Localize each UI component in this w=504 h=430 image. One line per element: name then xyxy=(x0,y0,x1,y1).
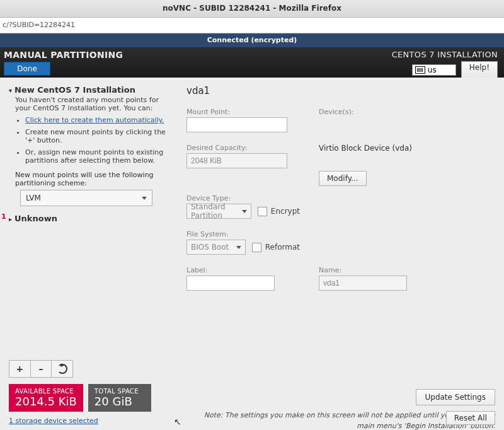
total-space-box: TOTAL SPACE 20 GiB xyxy=(88,384,151,412)
url-bar[interactable]: c/?SUBID=12284241 xyxy=(0,18,504,33)
partition-toolbar: + – xyxy=(9,360,73,378)
accordion-unknown[interactable]: 1 Unknown xyxy=(9,214,174,223)
desired-capacity-label: Desired Capacity: xyxy=(186,144,300,152)
device-type-label: Device Type: xyxy=(186,194,300,202)
scheme-note: New mount points will use the following … xyxy=(15,171,174,187)
bullet-assign: Or, assign new mount points to existing … xyxy=(25,148,174,165)
chevron-down-icon xyxy=(242,210,247,213)
devices-label: Device(s): xyxy=(319,108,495,116)
name-field-label: Name: xyxy=(319,266,495,274)
reset-all-button[interactable]: Reset All xyxy=(446,411,495,425)
keyboard-icon xyxy=(415,66,425,74)
filesystem-label: File System: xyxy=(186,230,300,238)
filesystem-value: BIOS Boot xyxy=(191,243,229,252)
mount-point-label: Mount Point: xyxy=(186,108,300,116)
available-space-value: 2014.5 KiB xyxy=(15,395,77,408)
accordion-unknown-label: Unknown xyxy=(14,214,57,223)
reformat-checkbox[interactable] xyxy=(252,243,261,252)
total-space-value: 20 GiB xyxy=(94,395,145,408)
warning-count-badge: 1 xyxy=(1,212,6,221)
label-field-label: Label: xyxy=(186,266,300,274)
encrypt-checkbox[interactable] xyxy=(258,207,267,216)
modify-devices-button[interactable]: Modify... xyxy=(319,171,367,186)
filesystem-select[interactable]: BIOS Boot xyxy=(186,240,246,255)
install-product-title: CENTOS 7 INSTALLATION xyxy=(392,50,498,59)
partition-scheme-value: LVM xyxy=(26,194,41,202)
keyboard-layout-value: us xyxy=(428,66,437,74)
storage-devices-link[interactable]: 1 storage device selected xyxy=(9,417,174,425)
device-type-value: Standard Partition xyxy=(191,202,242,220)
devices-value: Virtio Block Device (vda) xyxy=(319,144,495,153)
name-input[interactable] xyxy=(319,276,407,291)
vnc-status-bar: Connected (encrypted) xyxy=(0,33,504,47)
installer-header: MANUAL PARTITIONING Done CENTOS 7 INSTAL… xyxy=(0,47,504,78)
window-titlebar: noVNC - SUBID 12284241 - Mozilla Firefox xyxy=(0,0,504,18)
available-space-box: AVAILABLE SPACE 2014.5 KiB xyxy=(9,384,83,412)
label-input[interactable] xyxy=(186,276,275,291)
partition-name-title: vda1 xyxy=(186,85,495,96)
chevron-down-icon xyxy=(142,197,147,200)
available-space-label: AVAILABLE SPACE xyxy=(15,388,77,395)
page-title: MANUAL PARTITIONING xyxy=(4,50,123,60)
keyboard-layout-selector[interactable]: us xyxy=(412,64,456,76)
triangle-down-icon xyxy=(9,85,12,95)
auto-create-link[interactable]: Click here to create them automatically. xyxy=(25,116,164,124)
accordion-new-install-label: New CentOS 7 Installation xyxy=(14,85,135,95)
remove-partition-button[interactable]: – xyxy=(31,361,52,377)
total-space-label: TOTAL SPACE xyxy=(94,388,145,395)
add-partition-button[interactable]: + xyxy=(9,361,31,377)
help-button[interactable]: Help! xyxy=(461,61,498,79)
encrypt-label: Encrypt xyxy=(271,207,300,216)
chevron-down-icon xyxy=(236,246,241,249)
intro-text: You haven't created any mount points for… xyxy=(15,96,174,112)
reload-partitions-button[interactable] xyxy=(52,361,72,377)
refresh-icon xyxy=(57,364,67,374)
accordion-new-install[interactable]: New CentOS 7 Installation xyxy=(9,85,174,95)
desired-capacity-input[interactable] xyxy=(186,153,287,168)
mount-point-input[interactable] xyxy=(186,117,287,132)
reformat-label: Reformat xyxy=(265,243,300,252)
triangle-right-icon xyxy=(9,214,12,223)
done-button[interactable]: Done xyxy=(4,62,50,76)
partition-scheme-select[interactable]: LVM xyxy=(20,190,152,206)
bullet-plus: Create new mount points by clicking the … xyxy=(25,128,174,144)
update-settings-button[interactable]: Update Settings xyxy=(416,389,496,405)
device-type-select[interactable]: Standard Partition xyxy=(186,204,251,219)
